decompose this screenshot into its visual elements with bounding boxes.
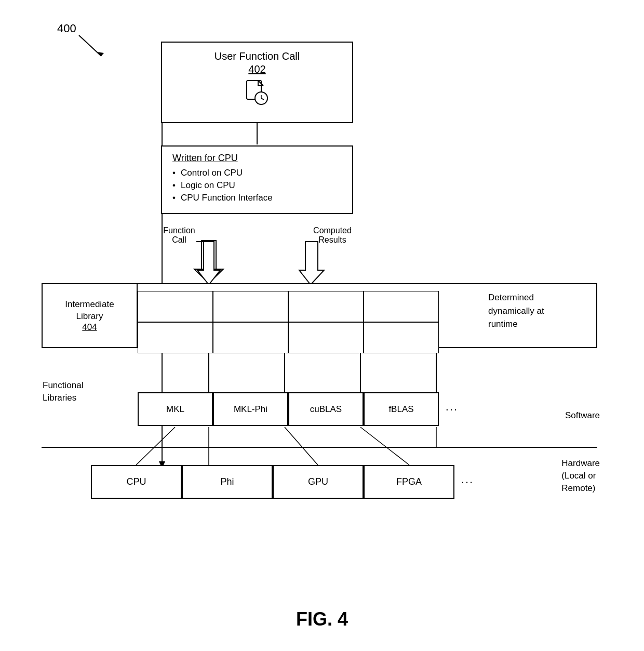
- svg-line-16: [136, 427, 175, 465]
- document-icon: [246, 79, 269, 105]
- hardware-dots: ···: [454, 465, 480, 499]
- cpu-list-item-1: Control on CPU: [172, 168, 342, 178]
- fblas-box: fBLAS: [364, 392, 439, 426]
- svg-marker-1: [98, 52, 104, 56]
- figure-number: 400: [57, 22, 76, 35]
- software-label: Software: [565, 410, 600, 421]
- mkl-box: MKL: [138, 392, 213, 426]
- svg-marker-5: [194, 269, 216, 283]
- func-grid-cell-4: [364, 291, 439, 322]
- cpu-list: Control on CPU Logic on CPU CPU Function…: [172, 168, 342, 203]
- svg-line-19: [360, 427, 409, 465]
- svg-marker-8: [299, 242, 324, 285]
- svg-marker-6: [194, 269, 223, 283]
- func-grid-cell-5: [138, 322, 213, 353]
- svg-line-0: [79, 35, 101, 56]
- phi-hw-box: Phi: [182, 465, 273, 499]
- box-404-title: Intermediate Library: [65, 299, 114, 322]
- determined-dynamically-text: Determined dynamically at runtime: [488, 291, 602, 331]
- cpu-list-item-3: CPU Function Interface: [172, 193, 342, 203]
- box-404-number: 404: [82, 322, 97, 333]
- function-call-label: Function Call: [158, 226, 200, 245]
- func-grid-cell-8: [364, 322, 439, 353]
- software-dots: ···: [439, 392, 465, 426]
- written-for-cpu-box: Written for CPU Control on CPU Logic on …: [161, 145, 353, 214]
- box-404: Intermediate Library 404: [42, 283, 138, 348]
- cpu-list-item-2: Logic on CPU: [172, 180, 342, 191]
- mkl-phi-box: MKL-Phi: [213, 392, 288, 426]
- func-grid-cell-7: [288, 322, 364, 353]
- gpu-hw-box: GPU: [273, 465, 364, 499]
- func-grid-cell-1: [138, 291, 213, 322]
- functional-libraries-label: Functional Libraries: [43, 379, 105, 404]
- box-402: User Function Call 402: [161, 42, 353, 123]
- svg-marker-7: [196, 242, 220, 285]
- box-402-number: 402: [172, 63, 342, 75]
- computed-results-label: Computed Results: [306, 226, 358, 245]
- hardware-divider: [42, 447, 597, 448]
- figure-label: FIG. 4: [296, 608, 348, 630]
- hardware-row: CPU Phi GPU FPGA ···: [91, 465, 480, 499]
- cublas-box: cuBLAS: [288, 392, 364, 426]
- written-for-cpu-title: Written for CPU: [172, 153, 342, 164]
- hardware-label: Hardware (Local or Remote): [561, 457, 600, 494]
- func-grid-cell-6: [213, 322, 288, 353]
- svg-rect-4: [202, 241, 216, 269]
- software-row: MKL MKL-Phi cuBLAS fBLAS ···: [138, 392, 465, 426]
- fpga-hw-box: FPGA: [364, 465, 454, 499]
- diagram-container: 400 User Function Call 402 Written for C…: [0, 0, 644, 651]
- functional-grid: [138, 291, 439, 353]
- func-grid-cell-2: [213, 291, 288, 322]
- svg-line-18: [285, 427, 318, 465]
- func-grid-cell-3: [288, 291, 364, 322]
- cpu-hw-box: CPU: [91, 465, 182, 499]
- box-402-title: User Function Call: [172, 50, 342, 62]
